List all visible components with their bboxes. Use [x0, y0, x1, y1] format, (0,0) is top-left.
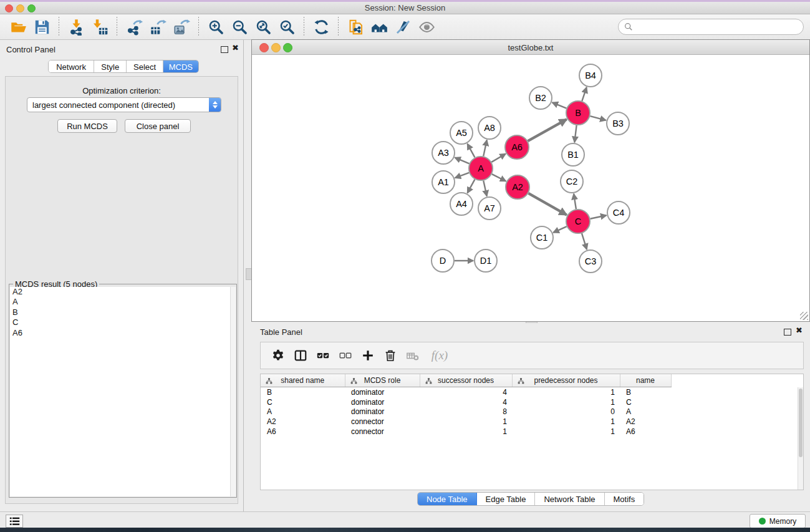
export-table-button[interactable] — [147, 16, 168, 37]
tab-mcds[interactable]: MCDS — [163, 60, 198, 72]
float-table-panel-icon[interactable] — [784, 329, 791, 336]
export-image-button[interactable] — [171, 16, 192, 37]
tab-node-table[interactable]: Node Table — [418, 493, 477, 505]
table-tabs: Node Table Edge Table Network Table Moti… — [417, 492, 644, 506]
graph-edge-C-C3[interactable] — [582, 233, 587, 249]
table-options-button[interactable] — [269, 346, 287, 365]
table-panel-title: Table Panel — [260, 327, 302, 337]
graph-edge-A-A3[interactable] — [455, 158, 469, 164]
tab-select[interactable]: Select — [127, 60, 163, 72]
network-canvas[interactable]: B4B2BB3A5A8A6A3B1AA1C2A2A4A7C4CC1C3DD1 — [252, 55, 809, 321]
graph-edge-C-C4[interactable] — [591, 215, 607, 219]
select-all-button[interactable] — [314, 346, 332, 365]
main-toolbar — [0, 14, 810, 40]
cybrowser-home-button[interactable] — [369, 16, 390, 37]
graph-node-label: C4 — [613, 208, 625, 218]
mcds-result-item[interactable]: C — [10, 317, 231, 327]
control-panel: Control Panel ✖ Network Style Select MCD… — [0, 40, 244, 511]
tab-style[interactable]: Style — [94, 60, 127, 72]
mcds-result-scrollbar[interactable] — [230, 287, 236, 496]
table-scrollbar[interactable] — [798, 387, 803, 490]
graph-edge-A-A6[interactable] — [491, 154, 506, 162]
column-header-name[interactable]: name — [620, 374, 671, 387]
table-row[interactable]: A6connector11A6 — [261, 427, 803, 437]
column-header-successor-nodes[interactable]: successor nodes — [420, 374, 512, 387]
search-input[interactable] — [636, 22, 803, 32]
tab-motifs[interactable]: Motifs — [605, 493, 644, 505]
run-mcds-button[interactable]: Run MCDS — [57, 119, 117, 133]
save-session-button[interactable] — [31, 16, 52, 37]
network-window-titlebar: testGlobe.txt — [252, 40, 809, 55]
delete-table-button[interactable] — [403, 346, 422, 365]
graph-edge-A-A8[interactable] — [483, 140, 487, 157]
create-column-button[interactable] — [359, 346, 377, 365]
graph-node-label: A7 — [484, 203, 495, 213]
table-row[interactable]: A2connector11A2 — [261, 417, 803, 427]
close-panel-icon[interactable]: ✖ — [232, 43, 239, 52]
tab-network-table[interactable]: Network Table — [535, 493, 604, 505]
tab-edge-table[interactable]: Edge Table — [477, 493, 536, 505]
close-table-panel-icon[interactable]: ✖ — [796, 326, 803, 335]
network-window-title: testGlobe.txt — [252, 43, 809, 52]
close-panel-button[interactable]: Close panel — [125, 119, 191, 133]
optimization-criterion-label: Optimization criterion: — [0, 86, 243, 95]
checked-boxes-icon — [316, 349, 330, 362]
trash-icon — [383, 349, 397, 362]
graph-edge-A-A2[interactable] — [492, 174, 506, 181]
unselect-all-button[interactable] — [336, 346, 355, 365]
slashed-pen-icon — [395, 19, 412, 36]
import-network-button[interactable] — [65, 16, 87, 37]
mcds-result-item[interactable]: A2 — [10, 287, 231, 297]
graph-edge-B-B1[interactable] — [574, 125, 576, 142]
hide-annotations-button[interactable] — [392, 16, 413, 37]
control-panel-tabs: Network Style Select MCDS — [48, 60, 199, 73]
export-network-icon — [126, 19, 143, 36]
show-column-button[interactable] — [291, 346, 310, 365]
float-panel-icon[interactable] — [221, 46, 228, 53]
graph-node-label: C3 — [585, 256, 597, 266]
column-header-predecessor-nodes[interactable]: predecessor nodes — [512, 374, 620, 387]
graph-edge-B-B4[interactable] — [582, 87, 586, 101]
table-row[interactable]: Bdominator41B — [261, 387, 803, 397]
graph-edge-A-A7[interactable] — [483, 181, 486, 196]
tab-network[interactable]: Network — [49, 60, 94, 72]
graph-edge-C-C1[interactable] — [553, 226, 566, 233]
window-resize-grip-icon[interactable] — [800, 312, 808, 320]
criterion-dropdown[interactable]: largest connected component (directed) — [27, 97, 221, 112]
mcds-result-item[interactable]: A6 — [10, 328, 231, 338]
graph-edge-B-B3[interactable] — [590, 116, 605, 120]
delete-column-button[interactable] — [381, 346, 400, 365]
show-graphics-details-button[interactable] — [416, 16, 437, 37]
table-scrollbar-thumb[interactable] — [799, 389, 803, 457]
graph-edge-A-A1[interactable] — [455, 173, 469, 178]
open-file-button[interactable] — [7, 16, 29, 37]
task-history-button[interactable] — [6, 515, 23, 528]
zoom-out-icon — [231, 19, 248, 36]
graph-edge-C-C2[interactable] — [574, 194, 576, 209]
table-row[interactable]: Adominator80A — [261, 407, 803, 417]
graph-edge-A-A5[interactable] — [468, 144, 475, 158]
graph-edge-A2-C[interactable] — [528, 193, 566, 215]
memory-button[interactable]: Memory — [750, 514, 806, 528]
zoom-out-button[interactable] — [229, 16, 250, 37]
new-session-button[interactable] — [345, 16, 366, 37]
mcds-result-item[interactable]: A — [10, 297, 231, 307]
graph-edge-A6-B[interactable] — [528, 119, 566, 141]
column-header-shared-name[interactable]: shared name — [261, 374, 345, 387]
graph-edge-B-B2[interactable] — [552, 102, 567, 108]
zoom-fit-button[interactable] — [253, 16, 274, 37]
export-network-button[interactable] — [123, 16, 145, 37]
graph-node-label: C — [575, 216, 581, 226]
zoom-in-button[interactable] — [205, 16, 226, 37]
table-row[interactable]: Cdominator41C — [261, 397, 803, 407]
column-header-mcds-role[interactable]: MCDS role — [345, 374, 420, 387]
mcds-result-list: A2ABCA6 — [10, 287, 231, 496]
function-builder-button[interactable]: f(x) — [426, 346, 453, 365]
mcds-result-item[interactable]: B — [10, 307, 231, 317]
zoom-selected-button[interactable] — [276, 16, 297, 37]
apply-layout-button[interactable] — [311, 16, 332, 37]
import-table-button[interactable] — [89, 16, 110, 37]
network-document-icon — [347, 19, 364, 36]
toolbar-separator — [198, 17, 199, 37]
graph-edge-A-A4[interactable] — [468, 180, 475, 193]
